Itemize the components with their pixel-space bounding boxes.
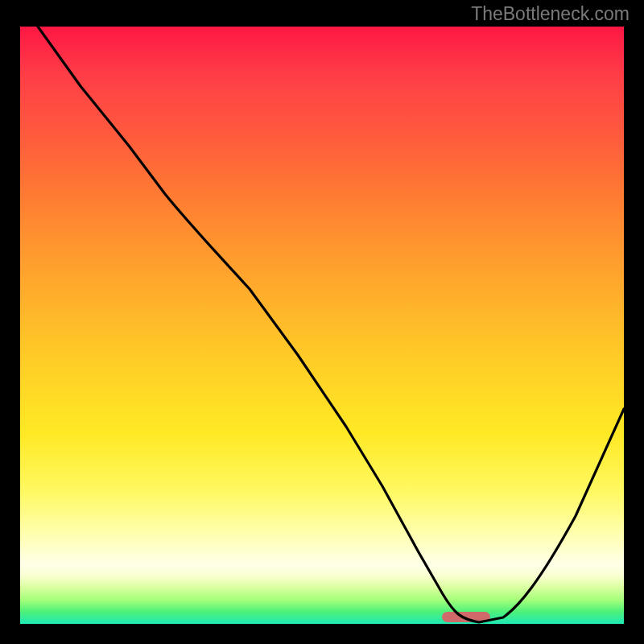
chart-container: TheBottleneck.com xyxy=(0,0,644,644)
plot-area xyxy=(18,24,626,626)
curve-svg xyxy=(20,27,624,624)
bottleneck-curve-path xyxy=(38,27,624,622)
watermark-text: TheBottleneck.com xyxy=(471,3,630,25)
optimal-marker xyxy=(442,612,490,622)
